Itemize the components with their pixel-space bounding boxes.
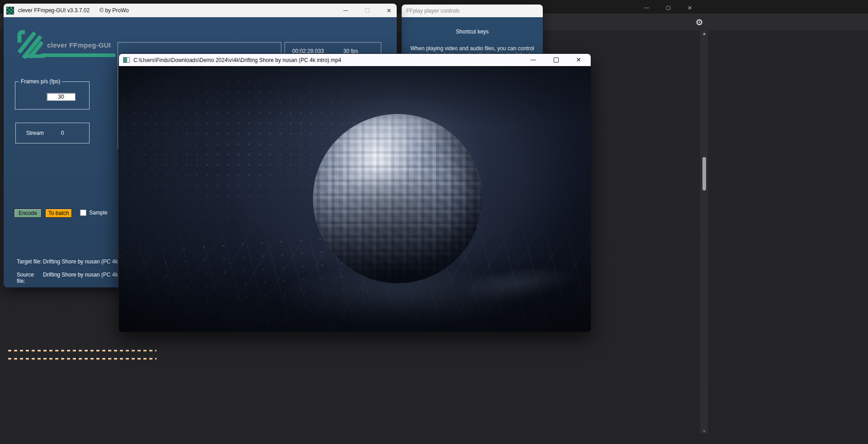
main-minimize-button[interactable] [339, 5, 352, 15]
video-frame[interactable] [119, 66, 591, 332]
logo-text: clever FFmpeg-GUI [47, 41, 111, 49]
main-close-button[interactable]: ✕ [382, 5, 396, 15]
minimize-icon [343, 10, 348, 11]
maximize-icon [365, 8, 370, 13]
restore-icon [666, 6, 670, 10]
player-window-controls: ✕ [526, 55, 585, 65]
encode-button[interactable]: Encode [14, 209, 42, 218]
maximize-icon [554, 57, 559, 62]
source-file-value: Drifting Shore by nusan (PC 4k intro [43, 272, 130, 284]
player-close-button[interactable]: ✕ [572, 55, 585, 65]
fps-groupbox: Frames p/s (fps) [15, 81, 90, 110]
background-window-controls: ✕ [641, 3, 695, 13]
player-titlebar[interactable]: C:\Users\Findu\Downloads\Demo 2024\v\4k\… [119, 54, 591, 66]
target-file-label: Target file: [17, 258, 43, 265]
scrollbar-track[interactable] [700, 30, 708, 434]
close-icon: ✕ [387, 8, 392, 14]
main-window-controls: ✕ [339, 5, 396, 15]
bg-restore-button[interactable] [663, 3, 673, 13]
ffplay-help-line1: When playing video and audio files, you … [402, 45, 543, 52]
main-titlebar[interactable]: clever FFmpeg-GUI v3.3.7.02 © by ProWo ✕ [4, 4, 397, 17]
close-icon: ✕ [576, 57, 581, 63]
ffplay-titlebar[interactable]: FFplay player controls [402, 5, 543, 17]
source-file-label: Source file: [17, 272, 43, 284]
scrollbar-thumb[interactable] [702, 157, 706, 191]
app-icon [6, 7, 14, 14]
stream-value: 0 [61, 130, 64, 136]
main-maximize-button[interactable] [360, 5, 374, 15]
stream-box: Stream 0 [15, 123, 90, 143]
app-logo: clever FFmpeg-GUI [16, 29, 116, 62]
bg-minimize-button[interactable] [641, 3, 651, 13]
shortcut-keys-heading: Shortcut keys [402, 29, 543, 35]
desktop: ✕ ⚙ ▲ ▼ FFplay player controls Shortcut … [0, 0, 868, 444]
scroll-down-icon[interactable]: ▼ [701, 429, 707, 434]
target-file-row: Target file: Drifting Shore by nusan (PC… [17, 258, 130, 265]
player-window-title: C:\Users\Findu\Downloads\Demo 2024\v\4k\… [133, 57, 342, 63]
console-dash-line [8, 350, 157, 352]
player-minimize-button[interactable] [526, 55, 540, 65]
gear-icon[interactable]: ⚙ [694, 17, 705, 28]
bg-close-button[interactable]: ✕ [685, 3, 695, 13]
console-dash-line [8, 358, 157, 360]
fps-group-label: Frames p/s (fps) [19, 78, 62, 85]
player-maximize-button[interactable] [549, 55, 563, 65]
to-batch-button[interactable]: To batch [45, 209, 72, 218]
ffplay-window-title: FFplay player controls [406, 8, 460, 14]
video-vignette [119, 66, 591, 332]
minimize-icon [531, 60, 536, 60]
sample-checkbox[interactable] [80, 210, 86, 216]
fps-input[interactable] [47, 93, 76, 101]
target-file-value: Drifting Shore by nusan (PC 4k intro [43, 258, 130, 265]
scroll-up-icon[interactable]: ▲ [701, 31, 707, 36]
sample-checkbox-label[interactable]: Sample [89, 210, 108, 216]
minimize-icon [644, 8, 649, 8]
stream-label: Stream [26, 130, 44, 136]
logo-underline [41, 53, 115, 57]
source-file-row: Source file: Drifting Shore by nusan (PC… [17, 272, 130, 284]
video-file-icon [123, 57, 130, 63]
video-player-window: C:\Users\Findu\Downloads\Demo 2024\v\4k\… [119, 53, 591, 332]
copyright-text: © by ProWo [100, 7, 129, 14]
close-icon: ✕ [688, 5, 693, 11]
main-window-title: clever FFmpeg-GUI v3.3.7.02 [18, 7, 90, 14]
